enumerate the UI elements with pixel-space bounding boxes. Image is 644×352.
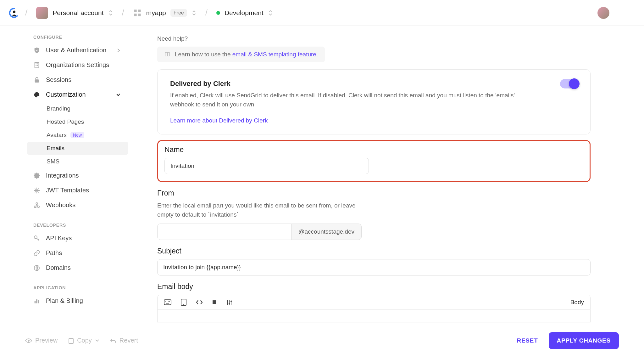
sidebar-item-jwt[interactable]: JWT Templates (0, 183, 132, 198)
svg-point-0 (13, 10, 16, 13)
from-suffix: @accountsstage.dev (291, 224, 362, 240)
chart-icon (33, 298, 40, 304)
from-input-group: @accountsstage.dev (157, 224, 362, 240)
delivered-title: Delivered by Clerk (170, 80, 578, 88)
revert-button[interactable]: Revert (110, 337, 138, 344)
apply-changes-button[interactable]: APPLY CHANGES (549, 332, 619, 349)
building-icon (33, 62, 40, 69)
svg-point-23 (169, 301, 170, 302)
section-developers: DEVELOPERS (0, 218, 132, 231)
subject-field-group: Subject (157, 247, 591, 275)
name-input[interactable] (164, 158, 369, 174)
sidebar-item-customization[interactable]: Customization (0, 87, 132, 102)
tool-stop[interactable] (212, 300, 217, 304)
tool-tablet[interactable] (181, 299, 186, 306)
delivered-card: Delivered by Clerk If enabled, Clerk wil… (157, 69, 591, 134)
grid-icon (133, 9, 142, 17)
app-logo[interactable] (9, 8, 19, 18)
sidebar-item-integrations[interactable]: Integrations (0, 168, 132, 183)
svg-point-26 (183, 304, 184, 305)
keyboard-icon (164, 299, 171, 305)
editor-mode[interactable]: Body (570, 299, 584, 306)
subject-label: Subject (157, 247, 591, 255)
copy-button[interactable]: Copy (68, 337, 99, 344)
subject-input[interactable] (157, 259, 591, 275)
sidebar-item-label: Organizations Settings (46, 61, 109, 69)
account-switcher[interactable]: Personal account (33, 6, 116, 20)
from-input[interactable] (157, 224, 291, 240)
sidebar-sub-hosted-pages[interactable]: Hosted Pages (0, 115, 132, 128)
account-avatar (36, 7, 48, 19)
tablet-icon (181, 299, 186, 306)
sidebar-sub-avatars[interactable]: Avatars New (0, 128, 132, 142)
svg-rect-4 (138, 14, 141, 16)
svg-point-30 (230, 301, 232, 302)
delivered-toggle[interactable] (560, 79, 579, 88)
svg-rect-33 (70, 338, 72, 339)
body-label: Email body (157, 282, 591, 291)
sidebar-item-user-auth[interactable]: User & Authentication (0, 43, 132, 58)
sidebar-item-label: JWT Templates (46, 187, 89, 194)
svg-point-31 (28, 340, 30, 342)
sidebar-item-sessions[interactable]: Sessions (0, 72, 132, 87)
preview-button[interactable]: Preview (25, 337, 58, 344)
sidebar-sub-sms[interactable]: SMS (0, 155, 132, 168)
svg-rect-3 (134, 14, 136, 16)
delivered-learn-link[interactable]: Learn more about Delivered by Clerk (170, 117, 268, 124)
sidebar-item-paths[interactable]: Paths (0, 246, 132, 260)
sidebar-item-organizations[interactable]: Organizations Settings (0, 58, 132, 72)
key-icon (33, 235, 40, 242)
svg-point-12 (38, 206, 40, 207)
svg-point-20 (165, 301, 166, 302)
sidebar-sub-emails[interactable]: Emails (27, 142, 128, 155)
chevron-updown-icon (268, 9, 273, 16)
main-content: Need help? Learn how to use the email & … (132, 26, 644, 329)
reset-button[interactable]: RESET (517, 337, 538, 344)
svg-rect-2 (138, 9, 141, 12)
sidebar-item-label: Paths (46, 249, 62, 257)
lock-icon (33, 77, 40, 83)
from-help: Enter the local email part you would lik… (157, 201, 358, 219)
sidebar-item-label: Integrations (46, 172, 79, 179)
jwt-icon (33, 187, 40, 194)
layout: CONFIGURE User & Authentication Organiza… (0, 26, 644, 329)
svg-point-22 (168, 301, 169, 302)
breadcrumb-separator: / (205, 8, 208, 18)
sidebar-item-api-keys[interactable]: API Keys (0, 231, 132, 246)
name-field-group: Name (157, 140, 591, 182)
status-dot-icon (216, 11, 220, 15)
svg-rect-8 (36, 65, 36, 66)
svg-rect-27 (213, 300, 216, 304)
svg-point-14 (34, 236, 37, 238)
sidebar-item-domains[interactable]: Domains (0, 260, 132, 275)
user-avatar[interactable] (597, 7, 609, 19)
sidebar-sub-branding[interactable]: Branding (0, 102, 132, 115)
need-help-label: Need help? (157, 35, 591, 42)
app-switcher[interactable]: myapp Free (130, 7, 200, 19)
svg-point-28 (227, 300, 228, 302)
tool-keyboard[interactable] (164, 299, 171, 305)
tool-sliders[interactable] (226, 299, 232, 305)
sidebar-item-plan-billing[interactable]: Plan & Billing (0, 293, 132, 308)
env-label: Development (225, 9, 264, 17)
help-link[interactable]: email & SMS templating feature (232, 51, 316, 58)
name-label: Name (164, 145, 583, 154)
topbar: / Personal account / myapp Free / Develo… (0, 0, 644, 26)
section-configure: CONFIGURE (0, 30, 132, 43)
link-icon (33, 250, 40, 257)
tool-code[interactable] (196, 300, 203, 305)
svg-point-29 (229, 303, 230, 304)
editor-body[interactable] (157, 310, 591, 322)
webhook-icon (33, 202, 40, 209)
sidebar-item-label: API Keys (46, 235, 72, 242)
globe-icon (33, 264, 40, 271)
sliders-icon (226, 299, 232, 305)
code-icon (196, 300, 203, 305)
svg-point-11 (34, 206, 36, 207)
sidebar: CONFIGURE User & Authentication Organiza… (0, 26, 132, 329)
chevron-right-icon (116, 48, 121, 53)
help-box[interactable]: Learn how to use the email & SMS templat… (157, 47, 325, 62)
sidebar-item-webhooks[interactable]: Webhooks (0, 198, 132, 213)
env-switcher[interactable]: Development (213, 8, 276, 18)
chevron-updown-icon (108, 9, 113, 16)
